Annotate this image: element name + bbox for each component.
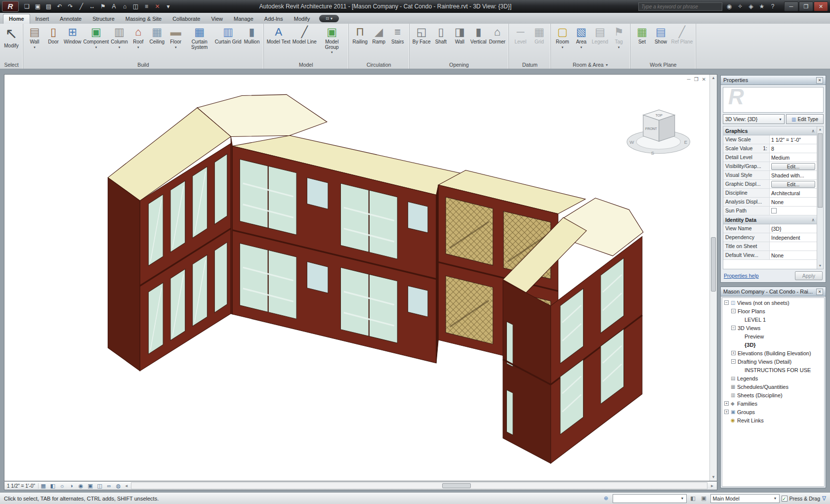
property-value-cell[interactable]: None: [770, 251, 817, 259]
visual-style-icon[interactable]: ◧: [48, 482, 57, 490]
search-go-icon[interactable]: ◉: [725, 2, 734, 11]
properties-scrollbar[interactable]: ▲ ▼: [817, 126, 823, 269]
selection-filter-icon[interactable]: ∇: [822, 495, 826, 502]
property-value-cell[interactable]: Edit...: [770, 162, 817, 170]
property-value-cell[interactable]: 1 1/2" = 1'-0": [770, 135, 817, 144]
tree-item-floor-plans[interactable]: −Floor Plans: [722, 307, 824, 315]
opening-dormer-button[interactable]: ⌂Dormer: [488, 25, 506, 45]
show-crop-region-icon[interactable]: ◫: [95, 482, 104, 490]
undo-icon[interactable]: ↶: [54, 1, 65, 11]
properties-help-link[interactable]: Properties help: [724, 273, 759, 279]
section-icon[interactable]: ◫: [130, 1, 141, 11]
build-mullion-button[interactable]: ▮Mullion: [243, 25, 261, 45]
redo-icon[interactable]: ↷: [65, 1, 76, 11]
graphic-displ-edit-button[interactable]: Edit...: [771, 181, 815, 188]
drawing-area[interactable]: ─❐✕: [4, 74, 717, 481]
measure-icon[interactable]: ╱: [76, 1, 86, 11]
tab-structure[interactable]: Structure: [87, 14, 120, 24]
build-column-button[interactable]: ▥Column▾: [110, 25, 128, 49]
worksets-icon[interactable]: ⊕: [602, 495, 611, 503]
close-hidden-windows-icon[interactable]: ✕: [152, 1, 163, 11]
build-floor-button[interactable]: ▬Floor▾: [166, 25, 185, 49]
room-area-room-button[interactable]: ▢Room▾: [553, 25, 572, 49]
properties-close-icon[interactable]: ✕: [816, 77, 823, 84]
tab-home[interactable]: Home: [3, 14, 30, 24]
build-roof-button[interactable]: ⌂Roof▾: [129, 25, 148, 49]
viewcube[interactable]: W S E TOP FRONT: [627, 110, 690, 155]
shadows-icon[interactable]: ◑: [67, 482, 76, 490]
property-value-cell[interactable]: Shaded with...: [770, 171, 817, 179]
detail-level-icon[interactable]: ▦: [39, 482, 48, 490]
viewcube-east-label[interactable]: E: [684, 139, 687, 145]
property-value-cell[interactable]: Architectural: [770, 189, 817, 197]
tree-item-views-not-on-sheets[interactable]: −◫Views (not on sheets): [722, 298, 824, 307]
ribbon-state-toggle-button[interactable]: ⊡▾: [319, 15, 339, 22]
properties-scroll-down-icon[interactable]: ▼: [817, 263, 823, 269]
view-minimize-button[interactable]: ─: [687, 77, 691, 82]
model-model-group-button[interactable]: ▣Model Group▾: [318, 25, 346, 54]
model-model-line-button[interactable]: ╱Model Line: [291, 25, 318, 45]
work-plane-set-button[interactable]: ▦Set: [632, 25, 651, 45]
tag-by-category-icon[interactable]: ⚑: [98, 1, 108, 11]
properties-scroll-up-icon[interactable]: ▲: [817, 126, 823, 132]
horizontal-scrollbar[interactable]: [131, 482, 707, 489]
tab-add-ins[interactable]: Add-Ins: [259, 14, 289, 24]
opening-wall-button[interactable]: ◨Wall: [450, 25, 469, 45]
vertical-scrollbar[interactable]: ▲ ▼: [709, 75, 717, 481]
sun-path-checkbox[interactable]: [771, 208, 777, 213]
tab-massing-site[interactable]: Massing & Site: [120, 14, 167, 24]
property-value-cell[interactable]: Edit...: [770, 180, 817, 188]
model-model-text-button[interactable]: AModel Text: [266, 25, 291, 45]
expand-expander-icon[interactable]: +: [724, 410, 729, 414]
tree-item-3d-views[interactable]: −3D Views: [722, 324, 824, 332]
scroll-down-arrow[interactable]: ▼: [710, 474, 717, 481]
tab-collaborate[interactable]: Collaborate: [167, 14, 206, 24]
build-wall-button[interactable]: ▤Wall▾: [25, 25, 44, 49]
expand-expander-icon[interactable]: +: [731, 351, 736, 355]
tree-item-preview[interactable]: Preview: [722, 332, 824, 340]
close-button[interactable]: ✕: [814, 1, 828, 11]
tab-annotate[interactable]: Annotate: [54, 14, 87, 24]
temporary-hide-isolate-icon[interactable]: ∞: [104, 482, 114, 490]
circulation-ramp-button[interactable]: ◢Ramp: [370, 25, 388, 45]
tree-item-sheets-discipline[interactable]: ▥Sheets (Discipline): [722, 391, 824, 399]
save-icon[interactable]: ▣: [33, 1, 43, 11]
expand-expander-icon[interactable]: +: [724, 401, 729, 406]
design-options-dropdown[interactable]: Main Model ▼: [710, 494, 780, 503]
build-curtain-grid-button[interactable]: ▥Curtain Grid: [214, 25, 243, 45]
tree-item-groups[interactable]: +▣Groups: [722, 408, 824, 416]
minimize-button[interactable]: ─: [784, 1, 798, 11]
visibility-grap-edit-button[interactable]: Edit...: [771, 163, 815, 170]
worksets-dropdown[interactable]: ▼: [613, 494, 687, 503]
opening-shaft-button[interactable]: ▯Shaft: [431, 25, 450, 45]
opening-by-face-button[interactable]: ◱By Face: [412, 25, 432, 45]
aligned-dimension-icon[interactable]: ↔: [87, 1, 97, 11]
model-3d-view[interactable]: W S E TOP FRONT: [4, 75, 710, 481]
circulation-railing-button[interactable]: ΠRailing: [351, 25, 370, 45]
type-selector-dropdown[interactable]: 3D View: {3D} ▼: [723, 114, 785, 124]
group-header-identity-data[interactable]: Identity Data∧: [723, 215, 817, 224]
scroll-right-arrow[interactable]: ►: [709, 484, 715, 488]
property-value-cell[interactable]: 8: [770, 144, 817, 153]
view-restore-button[interactable]: ❐: [694, 77, 699, 82]
show-rendering-dialog-icon[interactable]: ◉: [76, 482, 85, 490]
build-door-button[interactable]: ▯Door: [44, 25, 63, 45]
build-curtain-system-button[interactable]: ▦Curtain System: [185, 25, 214, 50]
view-scale-button[interactable]: 1 1/2" = 1'-0": [6, 483, 39, 489]
group-header-graphics[interactable]: Graphics∧: [723, 126, 817, 135]
work-plane-show-button[interactable]: ▤Show: [651, 25, 670, 45]
property-value-cell[interactable]: Independent: [770, 233, 817, 242]
infocenter-search-input[interactable]: [638, 2, 722, 11]
apply-button[interactable]: Apply: [795, 271, 823, 280]
build-window-button[interactable]: ⊞Window: [63, 25, 83, 45]
crop-view-icon[interactable]: ▣: [85, 482, 95, 490]
favorites-icon[interactable]: ★: [757, 2, 766, 11]
open-icon[interactable]: ❏: [22, 1, 32, 11]
collapse-icon[interactable]: ∧: [811, 217, 815, 222]
press-drag-checkbox[interactable]: ✓: [782, 496, 788, 502]
restore-button[interactable]: ❐: [799, 1, 813, 11]
tree-item-3d[interactable]: {3D}: [722, 340, 824, 349]
tree-item-level-1[interactable]: LEVEL 1: [722, 315, 824, 324]
property-value-cell[interactable]: {3D}: [770, 224, 817, 233]
tab-manage[interactable]: Manage: [228, 14, 259, 24]
